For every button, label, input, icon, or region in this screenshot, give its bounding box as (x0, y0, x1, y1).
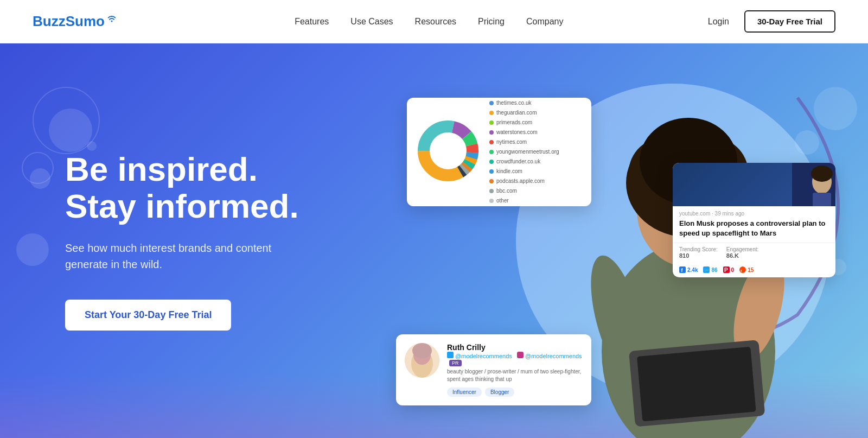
trending-title: Elon Musk proposes a controversial plan … (673, 219, 835, 243)
fb-share: f 2.4k (679, 266, 698, 273)
pi-share: P 0 (723, 266, 735, 273)
tw-share: 🐦 86 (703, 266, 717, 273)
nav-use-cases[interactable]: Use Cases (350, 17, 393, 27)
svg-point-0 (111, 20, 112, 22)
influencer-tag-1: Influencer (447, 388, 482, 397)
hero-right: thetimes.co.uk theguardian.com primerads… (353, 43, 868, 438)
trending-person-image (792, 163, 835, 206)
hero-title-line1: Be inspired. (65, 150, 258, 188)
svg-point-26 (437, 140, 459, 162)
influencer-tag-2: Blogger (485, 388, 514, 397)
navbar: BuzzSumo Features Use Cases Resources Pr… (0, 0, 868, 43)
influencer-info: Ruth Crilly @modelrecommends @modelrecom… (447, 343, 583, 397)
hero-cta-button[interactable]: Start Your 30-Day Free Trial (65, 300, 231, 331)
svg-text:r: r (741, 268, 742, 273)
influencer-avatar (405, 343, 439, 378)
trending-source: youtube.com · 39 mins ago (673, 206, 835, 219)
trending-social-shares: f 2.4k 🐦 86 P 0 r 15 (673, 262, 835, 277)
svg-text:P: P (724, 267, 728, 273)
login-button[interactable]: Login (708, 17, 729, 27)
logo-text: BuzzSumo (33, 13, 105, 30)
influencer-tags: Influencer Blogger (447, 388, 583, 397)
hero-subtitle: See how much interest brands and content… (65, 240, 315, 272)
svg-rect-30 (813, 193, 831, 206)
hero-title-line2: Stay informed. (65, 187, 299, 225)
nav-company[interactable]: Company (526, 17, 563, 27)
instagram-icon (517, 352, 524, 358)
wifi-icon (106, 14, 118, 23)
logo[interactable]: BuzzSumo (33, 13, 118, 30)
trending-score-stat: Trending Score: 810 (679, 246, 718, 259)
svg-point-42 (412, 343, 432, 358)
influencer-bio: beauty blogger / prose-writer / mum of t… (447, 368, 583, 383)
nav-links: Features Use Cases Resources Pricing Com… (150, 17, 708, 27)
deco-circle-1 (49, 109, 92, 152)
trending-article-card: youtube.com · 39 mins ago Elon Musk prop… (673, 163, 835, 277)
svg-rect-43 (447, 352, 454, 358)
nav-resources[interactable]: Resources (415, 17, 456, 27)
hero-title: Be inspired. Stay informed. (65, 151, 315, 225)
svg-text:🐦: 🐦 (704, 268, 710, 273)
svg-point-29 (811, 166, 833, 182)
donut-legend: thetimes.co.uk theguardian.com primerads… (489, 98, 559, 206)
influencer-card: Ruth Crilly @modelrecommends @modelrecom… (396, 334, 591, 405)
hero-section: Be inspired. Stay informed. See how much… (0, 43, 868, 438)
twitter-icon (447, 352, 454, 358)
donut-chart-visual (416, 118, 481, 186)
navbar-actions: Login 30-Day Free Trial (708, 10, 835, 33)
nav-features[interactable]: Features (295, 17, 329, 27)
svg-rect-44 (517, 352, 524, 358)
trending-stats: Trending Score: 810 Engagement: 86.K (673, 243, 835, 262)
trial-button[interactable]: 30-Day Free Trial (744, 10, 835, 33)
deco-circle-3 (87, 141, 97, 151)
trending-article-image (673, 163, 835, 206)
nav-pricing[interactable]: Pricing (478, 17, 505, 27)
influencer-name: Ruth Crilly (447, 343, 583, 352)
hero-left: Be inspired. Stay informed. See how much… (0, 151, 315, 331)
engagement-stat: Engagement: 86.K (726, 246, 759, 259)
rd-share: r 15 (739, 266, 754, 273)
influencer-handle: @modelrecommends @modelrecommends PR (447, 352, 583, 366)
influencer-avatar-image (405, 343, 439, 378)
donut-chart-card: thetimes.co.uk theguardian.com primerads… (407, 98, 591, 206)
